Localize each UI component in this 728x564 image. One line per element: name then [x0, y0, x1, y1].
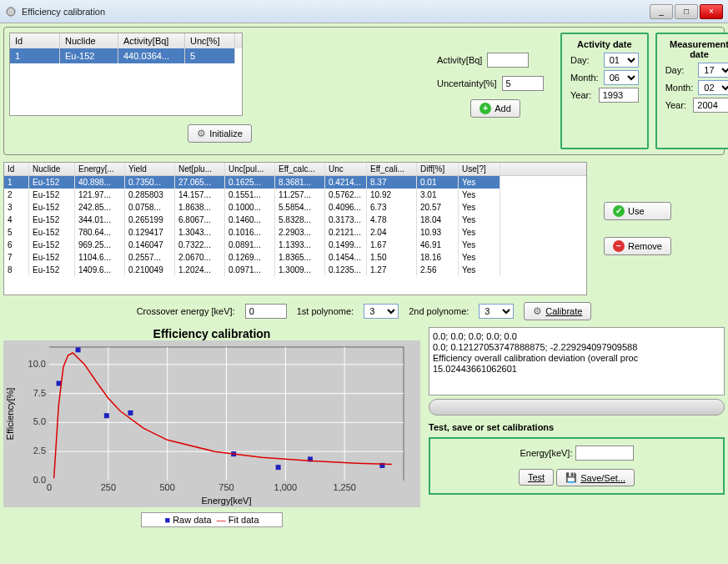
close-button[interactable]: × — [700, 4, 723, 19]
test-button[interactable]: Test — [519, 469, 554, 486]
table-row[interactable]: 5Eu-152780.64...0.1294171.3043...0.1016.… — [4, 226, 586, 239]
svg-text:Energy[keV]: Energy[keV] — [202, 496, 252, 506]
svg-rect-27 — [76, 347, 81, 352]
activity-month-select[interactable]: 06 — [604, 70, 639, 85]
save-set-button[interactable]: 💾Save/Set... — [556, 469, 635, 486]
meas-year-input[interactable] — [693, 98, 728, 113]
minimize-button[interactable]: _ — [650, 4, 673, 19]
col-header[interactable]: Net[plu... — [175, 163, 225, 175]
col-header[interactable]: Eff_cali... — [367, 163, 417, 175]
table-row[interactable]: 8Eu-1521409.6...0.2100491.2024...0.0971.… — [4, 264, 586, 276]
svg-text:7.5: 7.5 — [33, 388, 46, 398]
col-header[interactable]: Unc — [325, 163, 367, 175]
remove-button[interactable]: −Remove — [604, 237, 671, 255]
plus-icon: + — [479, 103, 491, 114]
window-titlebar: Efficiency calibration _ □ × — [0, 0, 728, 23]
table-row[interactable]: 1Eu-15240.898...0.7350...27.065...0.1625… — [4, 176, 586, 189]
svg-text:5.0: 5.0 — [33, 416, 46, 426]
window-title: Efficiency calibration — [22, 7, 648, 17]
svg-rect-29 — [128, 410, 133, 415]
source-table[interactable]: Id Nuclide Activity[Bq] Unc[%] 1 Eu-152 … — [9, 33, 243, 116]
activity-year-input[interactable] — [599, 88, 639, 103]
uncertainty-label: Uncertainty[%] — [437, 78, 497, 88]
poly2-select[interactable]: 3 — [479, 304, 514, 319]
col-id[interactable]: Id — [10, 33, 60, 48]
svg-text:250: 250 — [101, 482, 116, 492]
svg-text:1,250: 1,250 — [333, 482, 356, 492]
table-row[interactable]: 7Eu-1521104.6...0.2557...2.0670...0.1269… — [4, 251, 586, 264]
col-unc[interactable]: Unc[%] — [185, 33, 235, 48]
maximize-button[interactable]: □ — [675, 4, 698, 19]
test-panel-title: Test, save or set calibrations — [429, 422, 725, 432]
svg-rect-28 — [104, 413, 109, 418]
peaks-table[interactable]: IdNuclideEnergy[...YieldNet[plu...Unc[pu… — [3, 162, 587, 295]
scroll-handle[interactable] — [429, 399, 725, 415]
col-activity[interactable]: Activity[Bq] — [118, 33, 185, 48]
col-header[interactable]: Eff_calc... — [275, 163, 325, 175]
chart-legend: ■ Raw data — Fit data — [141, 512, 283, 527]
col-header[interactable]: Id — [4, 163, 29, 175]
log-output: 0.0; 0.0; 0.0; 0.0; 0.0 0.0; 0.121270537… — [429, 327, 725, 395]
uncertainty-input[interactable] — [502, 76, 544, 91]
efficiency-chart: 02505007501,0001,2500.02.55.07.510.0Ener… — [3, 340, 420, 507]
svg-text:1,000: 1,000 — [274, 482, 298, 492]
activity-label: Activity[Bq] — [437, 55, 482, 65]
meas-month-select[interactable]: 02 — [698, 80, 728, 95]
initialize-button[interactable]: ⚙Initialize — [188, 124, 252, 143]
svg-point-0 — [7, 8, 15, 16]
chart-panel: Efficiency calibration 02505007501,0001,… — [3, 327, 420, 531]
col-header[interactable]: Energy[... — [75, 163, 125, 175]
source-panel: Id Nuclide Activity[Bq] Unc[%] 1 Eu-152 … — [3, 27, 725, 155]
test-energy-input[interactable] — [575, 446, 634, 461]
test-panel: Energy[keV]: Test 💾Save/Set... — [429, 437, 725, 495]
svg-text:Efficiency[%]: Efficiency[%] — [5, 388, 15, 441]
table-row[interactable]: 6Eu-152969.25...0.1460470.7322...0.0891.… — [4, 239, 586, 251]
chart-title: Efficiency calibration — [3, 327, 420, 340]
svg-rect-31 — [276, 465, 281, 470]
svg-text:500: 500 — [159, 482, 174, 492]
add-button[interactable]: +Add — [470, 99, 520, 118]
table-row[interactable]: 3Eu-152242.85...0.0758...1.8638...0.1000… — [4, 201, 586, 214]
col-header[interactable]: Unc[pul... — [225, 163, 275, 175]
svg-text:2.5: 2.5 — [33, 446, 46, 456]
crossover-input[interactable] — [245, 304, 287, 319]
activity-day-select[interactable]: 01 — [604, 53, 639, 68]
table-row[interactable]: 2Eu-152121.97...0.28580314.157...0.1551.… — [4, 189, 586, 201]
minus-icon: − — [613, 240, 625, 252]
app-icon — [5, 6, 17, 18]
table-row[interactable]: 1 Eu-152 440.0364... 5 — [10, 48, 242, 63]
col-header[interactable]: Use[?] — [459, 163, 500, 175]
meas-day-select[interactable]: 17 — [698, 63, 728, 78]
table-row[interactable]: 4Eu-152344.01...0.2651996.8067...0.1460.… — [4, 214, 586, 226]
use-button[interactable]: ✓Use — [604, 202, 671, 220]
svg-text:10.0: 10.0 — [28, 359, 46, 369]
col-nuclide[interactable]: Nuclide — [60, 33, 118, 48]
activity-input[interactable] — [487, 53, 529, 68]
svg-text:750: 750 — [218, 482, 233, 492]
col-header[interactable]: Nuclide — [29, 163, 75, 175]
gear-icon: ⚙ — [197, 128, 206, 139]
calibrate-button[interactable]: ⚙Calibrate — [524, 302, 591, 320]
poly1-select[interactable]: 3 — [364, 304, 399, 319]
col-header[interactable]: Yield — [125, 163, 175, 175]
svg-text:0.0: 0.0 — [33, 475, 46, 485]
check-icon: ✓ — [613, 205, 625, 217]
activity-date-box: Activity date Day:01 Month:06 Year: — [560, 33, 649, 149]
save-icon: 💾 — [565, 472, 577, 483]
svg-text:0: 0 — [47, 482, 52, 492]
calibration-controls: Crossover energy [keV]: 1st polynome: 3 … — [3, 302, 725, 320]
gear-icon: ⚙ — [533, 305, 542, 317]
measurement-date-box: Measurement date Day:17 Month:02 Year: — [655, 33, 728, 149]
col-header[interactable]: Diff[%] — [417, 163, 459, 175]
